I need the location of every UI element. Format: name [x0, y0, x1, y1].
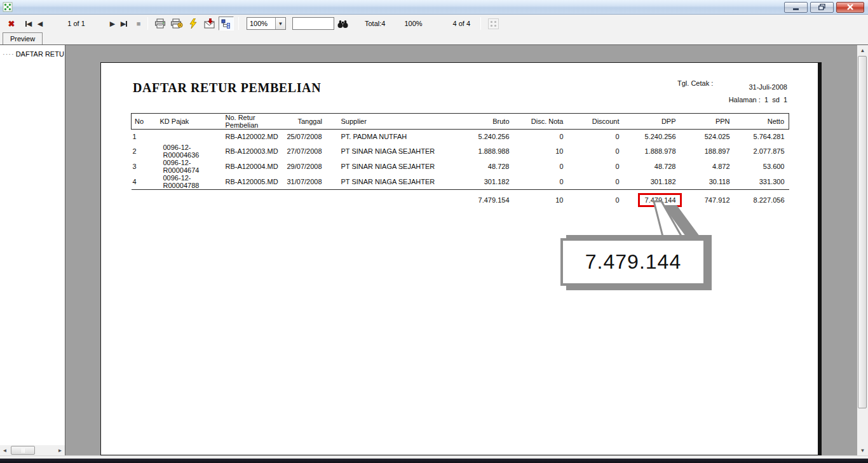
chevron-down-icon: ▼ — [278, 21, 283, 27]
close-button[interactable] — [836, 2, 864, 13]
cell-disc-nota: 10 — [510, 144, 564, 159]
report-preview-window: ✖ ◀ ◀ 1 of 1 ▶ ▶ ■ — [0, 0, 868, 463]
tree-item-daftar-retur[interactable]: ····DAFTAR RETU — [0, 45, 65, 58]
scrollbar-thumb[interactable] — [11, 446, 35, 455]
cell-ppn: 4.872 — [676, 159, 730, 174]
find-button[interactable] — [335, 17, 350, 30]
search-input[interactable] — [292, 17, 334, 30]
scroll-left-button[interactable]: ◄ — [0, 445, 10, 455]
zoom-combo-drop-button[interactable]: ▼ — [275, 18, 285, 29]
col-header-supplier: Supplier — [341, 114, 443, 130]
window-controls — [784, 2, 865, 13]
scroll-down-button[interactable]: ▼ — [857, 445, 868, 455]
scrollbar-track[interactable] — [10, 445, 55, 455]
app-icon — [3, 2, 13, 12]
cell-no-retur: RB-A120002.MD — [226, 130, 287, 144]
toolbar-separator — [238, 17, 239, 30]
cell-no-retur: RB-A120004.MD — [226, 159, 287, 174]
status-total: Total:4 — [365, 20, 385, 27]
toolbar-separator — [480, 17, 481, 30]
thumb-grip — [23, 448, 24, 453]
status-zoom: 100% — [404, 20, 422, 27]
tree-item-label: DAFTAR RETU — [16, 50, 64, 58]
close-preview-button[interactable]: ✖ — [6, 17, 17, 30]
page-info: Halaman : 1 sd 1 — [673, 96, 787, 104]
tree-branch-dots: ···· — [3, 50, 15, 58]
scrollbar-thumb[interactable] — [858, 56, 867, 408]
cell-netto: 2.077.875 — [730, 144, 789, 159]
cell-dpp: 48.728 — [620, 159, 676, 174]
col-header-netto: Netto — [730, 114, 789, 130]
first-page-icon: ◀ — [27, 20, 32, 28]
stop-icon: ■ — [137, 20, 141, 27]
scroll-up-button[interactable]: ▲ — [857, 45, 868, 55]
cell-discount: 0 — [564, 144, 620, 159]
table-row: 2 0096-12-R00004636 RB-A120003.MD 27/07/… — [132, 144, 789, 159]
print-setup-button[interactable] — [169, 17, 184, 30]
col-header-dpp: DPP — [620, 114, 676, 130]
cell-empty — [160, 189, 226, 207]
disabled-dots-icon — [488, 18, 499, 29]
cell-ppn: 188.897 — [676, 144, 730, 159]
col-header-ppn: PPN — [676, 114, 730, 130]
print-button[interactable] — [153, 17, 168, 30]
cell-no: 1 — [132, 130, 160, 144]
scroll-right-button[interactable]: ► — [55, 445, 65, 455]
toggle-group-tree-button[interactable] — [219, 17, 234, 30]
table-row: 4 0096-12-R00004788 RB-A120005.MD 31/07/… — [132, 174, 789, 190]
group-tree-icon — [221, 19, 231, 29]
cell-discount: 0 — [564, 174, 620, 190]
total-bruto: 7.479.154 — [443, 189, 510, 207]
cell-dpp: 5.240.256 — [620, 130, 676, 144]
page-counter: 1 of 1 — [46, 20, 107, 27]
toolbar-separator — [147, 17, 148, 30]
cell-ppn: 524.025 — [676, 130, 730, 144]
vertical-scrollbar[interactable]: ▲ ▼ — [857, 45, 868, 455]
report-page: DAFTAR RETUR PEMBELIAN Tgl. Cetak : 31-J… — [100, 62, 822, 455]
cell-discount: 0 — [564, 159, 620, 174]
tab-preview[interactable]: Preview — [3, 32, 43, 44]
cell-dpp: 301.182 — [620, 174, 676, 190]
minimize-button[interactable] — [784, 2, 808, 13]
cell-empty — [132, 189, 160, 207]
callout-tail — [539, 196, 717, 244]
cell-tanggal: 27/07/2008 — [287, 144, 341, 159]
callout-balloon: 7.479.144 — [560, 238, 706, 286]
stop-button[interactable]: ■ — [133, 17, 144, 30]
next-page-button[interactable]: ▶ — [107, 17, 118, 30]
total-netto: 8.227.056 — [730, 189, 789, 207]
last-page-icon: ▶ — [121, 20, 126, 28]
printer-icon — [154, 18, 166, 29]
cell-kd-pajak: 0096-12-R00004636 — [160, 144, 226, 159]
callout-value: 7.479.144 — [585, 250, 681, 274]
cell-empty — [287, 189, 341, 207]
export-button[interactable] — [202, 17, 217, 30]
cell-bruto: 5.240.256 — [443, 130, 510, 144]
last-page-button[interactable]: ▶ — [118, 17, 130, 30]
cell-no: 2 — [132, 144, 160, 159]
preview-toolbar: ✖ ◀ ◀ 1 of 1 ▶ ▶ ■ — [0, 15, 868, 32]
report-table-wrap: No KD Pajak No. Retur Pembelian Tanggal … — [131, 113, 789, 207]
col-header-no-retur: No. Retur Pembelian — [226, 114, 287, 130]
cell-kd-pajak: 0096-12-R00004788 — [160, 174, 226, 190]
cell-dpp: 1.888.978 — [620, 144, 676, 159]
col-header-disc-nota: Disc. Nota — [510, 114, 564, 130]
cell-no: 4 — [132, 174, 160, 190]
zoom-combo-value: 100% — [247, 20, 275, 27]
scroll-left-icon: ◄ — [3, 448, 8, 453]
scroll-right-icon: ► — [58, 448, 63, 453]
cell-supplier: PT SINAR NIAGA SEJAHTER — [341, 144, 443, 159]
close-preview-icon: ✖ — [8, 19, 15, 29]
cell-no-retur: RB-A120005.MD — [226, 174, 287, 190]
cell-netto: 331.300 — [730, 174, 789, 190]
zoom-combo[interactable]: 100% ▼ — [247, 17, 286, 30]
cell-tanggal: 29/07/2008 — [287, 159, 341, 174]
first-page-button[interactable]: ◀ — [23, 17, 34, 30]
close-icon — [847, 4, 853, 10]
refresh-button[interactable] — [186, 17, 201, 30]
restore-button[interactable] — [810, 2, 834, 13]
minimize-icon — [793, 4, 799, 10]
prev-page-button[interactable]: ◀ — [34, 17, 46, 30]
col-header-tanggal: Tanggal — [287, 114, 341, 130]
sidebar-horizontal-scrollbar[interactable]: ◄ ► — [0, 445, 65, 455]
